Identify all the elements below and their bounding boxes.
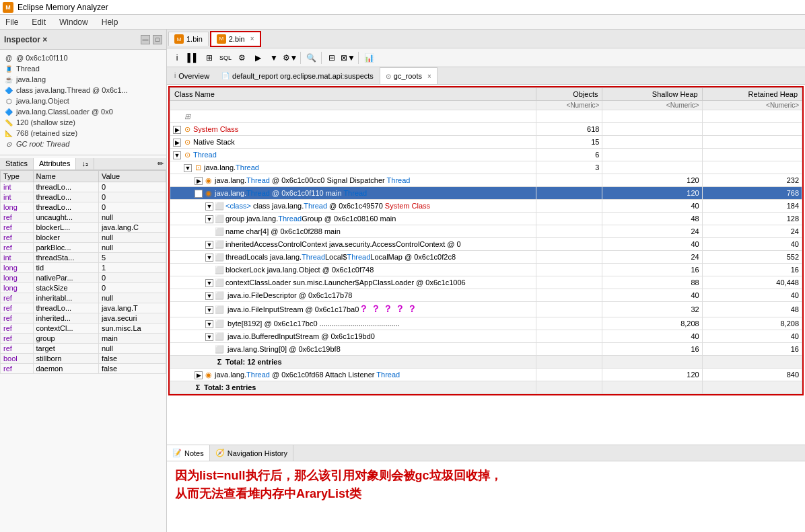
toolbar-info[interactable]: i	[170, 50, 184, 65]
toolbar-domtree[interactable]: ⊞	[202, 50, 217, 65]
table-row[interactable]: ▶◉java.lang.Thread @ 0x6c1c00cc0 Signal …	[170, 174, 802, 187]
ref-icon: ⬜	[215, 319, 224, 328]
cell-shallow	[602, 356, 702, 369]
ref-icon: ⬜	[215, 239, 224, 249]
cell-shallow	[602, 161, 702, 174]
attr-row: long nativePar... 0	[1, 273, 166, 283]
cell-shallow: 40	[602, 200, 702, 213]
expand-btn[interactable]: ▶	[195, 177, 203, 185]
col-objects[interactable]: Objects	[536, 88, 602, 101]
tab2-close[interactable]: ×	[250, 35, 254, 42]
table-row[interactable]: ⬜blockerLock java.lang.Object @ 0x6c1c0f…	[170, 264, 802, 276]
table-row[interactable]: ▼◉java.lang.Thread @ 0x6c1c0f110 main Th…	[170, 187, 802, 200]
table-row[interactable]: ⊞	[170, 110, 802, 123]
tab-suspects[interactable]: 📄 default_report org.eclipse.mat.api:sus…	[215, 67, 380, 84]
col-classname[interactable]: Class Name	[170, 88, 536, 101]
menu-file[interactable]: File	[3, 17, 21, 28]
expand-btn[interactable]: ▼	[205, 241, 213, 249]
tab-overview[interactable]: i Overview	[168, 67, 215, 84]
toolbar-search[interactable]: 🔍	[304, 50, 318, 65]
editor-tab-2bin[interactable]: M 2.bin ×	[210, 31, 261, 47]
cell-shallow: 32	[602, 302, 702, 317]
toolbar-minus[interactable]: ⊟	[324, 50, 339, 65]
row-label: threadLocals java.lang.ThreadLocal$Threa…	[225, 253, 456, 261]
menu-window[interactable]: Window	[57, 17, 91, 28]
gcroots-close[interactable]: ×	[427, 73, 431, 80]
attr-row: int threadLo... 0	[1, 182, 166, 192]
cell-objects	[536, 225, 602, 238]
edit-button[interactable]: ✏	[155, 158, 166, 169]
cell-objects: 3	[536, 161, 602, 174]
toolbar-chart[interactable]: 📊	[361, 50, 376, 65]
maximize-button[interactable]: □	[153, 35, 162, 44]
minimize-button[interactable]: —	[141, 35, 150, 44]
table-row[interactable]: ▶◉java.lang.Thread @ 0x6c1c0fd68 Attach …	[170, 369, 802, 381]
toolbar-settings[interactable]: ⚙	[234, 50, 249, 65]
row-label: Total: 3 entries	[204, 383, 256, 391]
menu-edit[interactable]: Edit	[29, 17, 48, 28]
toolbar-histogram[interactable]: ▌▌	[186, 50, 201, 65]
menubar: File Edit Window Help	[0, 15, 805, 30]
group-icon: ⊙	[182, 137, 192, 147]
attr-value: 0	[98, 202, 166, 213]
table-row[interactable]: ▼⬜ java.io.FileDescriptor @ 0x6c1c17b78 …	[170, 289, 802, 302]
expand-btn[interactable]: ▼	[173, 151, 181, 159]
attr-value: java.lang.C	[98, 223, 166, 233]
table-row[interactable]: ▼⬜inheritedAccessControlContext java.sec…	[170, 238, 802, 251]
overview-icon: i	[174, 72, 176, 79]
attr-value: 0	[98, 273, 166, 283]
tab-nav-history[interactable]: 🧭 Navigation History	[210, 445, 293, 461]
expand-btn[interactable]: ▶	[195, 371, 203, 379]
tab-attributes[interactable]: Attributes	[34, 158, 76, 169]
table-row[interactable]: ▶⊙Native Stack 15	[170, 136, 802, 149]
tab-extra[interactable]: ↓₂	[76, 158, 94, 169]
menu-help[interactable]: Help	[99, 17, 121, 28]
expand-btn[interactable]: ▶	[173, 139, 181, 147]
editor-tab-1bin[interactable]: M 1.bin	[168, 32, 209, 46]
expand-btn[interactable]: ▼	[195, 190, 203, 198]
cell-retained: 48	[702, 302, 802, 317]
table-row[interactable]: ▼⬜ java.io.BufferedInputStream @ 0x6c1c1…	[170, 330, 802, 343]
tab-gcroots[interactable]: ⊙ gc_roots ×	[380, 67, 438, 84]
inspector-actions: — □	[141, 35, 162, 44]
toolbar-dropdown1[interactable]: ▼	[267, 50, 281, 65]
expand-btn[interactable]: ▼	[205, 202, 213, 211]
gcroots-label: gc_roots	[394, 72, 422, 80]
attributes-table: Type Name Value int threadLo... 0 int th…	[0, 170, 166, 532]
table-row[interactable]: ▼⬜group java.lang.ThreadGroup @ 0x6c1c08…	[170, 213, 802, 225]
expand-btn[interactable]: ▼	[205, 215, 213, 223]
expand-btn[interactable]: ▼	[205, 279, 213, 287]
tab-notes[interactable]: 📝 Notes	[167, 445, 210, 461]
expand-btn[interactable]: ▼	[205, 254, 213, 262]
toolbar-settings2[interactable]: ⚙▼	[283, 50, 298, 65]
table-row[interactable]: ΣTotal: 12 entries	[170, 356, 802, 369]
cell-objects	[536, 200, 602, 213]
table-row[interactable]: ▼⊙Thread 6	[170, 149, 802, 161]
expand-btn[interactable]: ▼	[205, 292, 213, 300]
expand-btn[interactable]: ▼	[205, 333, 213, 341]
table-row[interactable]: ΣTotal: 3 entries	[170, 381, 802, 394]
content-tabs: i Overview 📄 default_report org.eclipse.…	[167, 67, 805, 85]
expand-btn[interactable]: ▼	[184, 164, 192, 172]
editor-tabs: M 1.bin M 2.bin ×	[167, 30, 805, 48]
table-row[interactable]: ▼⬜contextClassLoader sun.misc.Launcher$A…	[170, 276, 802, 289]
table-row[interactable]: ▼⬜threadLocals java.lang.ThreadLocal$Thr…	[170, 251, 802, 264]
expand-btn[interactable]: ▶	[173, 126, 181, 134]
table-row[interactable]: ⬜ java.lang.String[0] @ 0x6c1c19bf8 16 1…	[170, 343, 802, 356]
col-shallow[interactable]: Shallow Heap	[602, 88, 702, 101]
table-row[interactable]: ▼⊡java.lang.Thread 3	[170, 161, 802, 174]
cell-retained: 768	[702, 187, 802, 200]
cell-objects	[536, 238, 602, 251]
toolbar-run[interactable]: ▶	[250, 50, 265, 65]
table-row[interactable]: ▶⊙System Class 618	[170, 123, 802, 136]
col-retained[interactable]: Retained Heap	[702, 88, 802, 101]
toolbar-sql[interactable]: SQL	[218, 50, 233, 65]
table-row[interactable]: ▼⬜ byte[8192] @ 0x6c1c17bc0 ............…	[170, 317, 802, 330]
table-row[interactable]: ▼⬜ java.io.FileInputStream @ 0x6c1c17ba0…	[170, 302, 802, 317]
table-row[interactable]: ▼⬜<class> class java.lang.Thread @ 0x6c1…	[170, 200, 802, 213]
tab-statics[interactable]: Statics	[0, 158, 34, 169]
expand-btn[interactable]: ▼	[205, 306, 213, 314]
toolbar-expand[interactable]: ⊠▼	[341, 50, 355, 65]
table-row[interactable]: ⬜name char[4] @ 0x6c1c0f288 main 24 24	[170, 225, 802, 238]
expand-btn[interactable]: ▼	[205, 320, 213, 328]
